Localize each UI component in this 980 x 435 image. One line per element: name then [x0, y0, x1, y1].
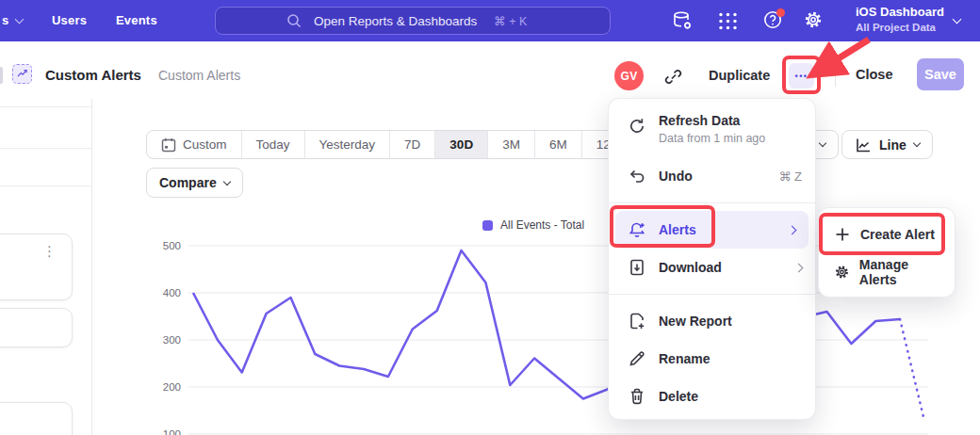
chart-legend[interactable]: All Events - Total [482, 218, 584, 232]
trash-icon [628, 387, 646, 406]
notification-dot [776, 8, 785, 17]
sidebar-card[interactable] [0, 402, 73, 435]
sidebar-card[interactable]: ⋮ [0, 234, 73, 300]
chevron-down-icon [913, 139, 921, 147]
left-sidebar: ⋮ [0, 99, 92, 435]
refresh-icon [628, 117, 646, 136]
menu-item-delete[interactable]: Delete [609, 378, 815, 415]
search-icon [286, 13, 302, 28]
new-report-icon [628, 312, 646, 330]
menu-item-undo[interactable]: Undo ⌘ Z [609, 157, 815, 195]
menu-item-rename[interactable]: Rename [609, 340, 815, 378]
nav-item-truncated[interactable]: s [2, 13, 8, 27]
date-range-3m[interactable]: 3M [487, 131, 534, 158]
more-button[interactable]: ••• [789, 63, 814, 89]
kebab-menu-icon[interactable]: ⋮ [42, 244, 57, 258]
sidebar-divider [0, 185, 92, 186]
report-header: Custom Alerts Custom Alerts GV Duplicate… [0, 41, 980, 99]
svg-text:500: 500 [163, 240, 181, 251]
svg-text:200: 200 [163, 381, 181, 393]
data-source-icon[interactable] [671, 9, 694, 32]
chevron-down-icon [15, 15, 24, 24]
plus-icon [834, 226, 851, 243]
sidebar-card[interactable] [0, 308, 73, 347]
page-title: Custom Alerts [45, 67, 141, 83]
search-bar[interactable]: Open Reports & Dashboards ⌘ + K [215, 7, 611, 35]
nav-item-users[interactable]: Users [52, 13, 87, 27]
chevron-down-icon [222, 177, 230, 185]
legend-label: All Events - Total [500, 218, 584, 232]
date-range-6m[interactable]: 6M [534, 131, 581, 158]
header-divider [835, 62, 836, 87]
help-icon[interactable] [762, 9, 783, 30]
project-name: iOS Dashboard [856, 5, 944, 19]
menu-item-download[interactable]: Download [609, 249, 815, 286]
menu-item-sublabel: Data from 1 min ago [659, 132, 765, 145]
duplicate-button[interactable]: Duplicate [709, 68, 770, 83]
svg-text:300: 300 [163, 334, 181, 346]
date-range-custom[interactable]: Custom [147, 131, 241, 158]
submenu-arrow-icon [788, 225, 797, 234]
avatar[interactable]: GV [614, 61, 644, 90]
search-shortcut: ⌘ + K [494, 14, 527, 28]
search-placeholder: Open Reports & Dashboards [314, 14, 477, 28]
chevron-down-icon [819, 139, 826, 147]
svg-text:100: 100 [163, 428, 181, 435]
submenu-arrow-icon [794, 263, 804, 272]
date-range-30d[interactable]: 30D [434, 131, 487, 158]
top-nav: s Users Events Open Reports & Dashboards… [0, 0, 980, 41]
menu-item-shortcut: ⌘ Z [778, 169, 802, 184]
chevron-down-icon [953, 15, 962, 24]
date-range-7d[interactable]: 7D [389, 131, 434, 158]
project-switcher[interactable]: iOS Dashboard All Project Data [856, 5, 944, 33]
project-scope: All Project Data [856, 22, 944, 33]
gear-icon [834, 264, 850, 281]
sidebar-divider [0, 106, 92, 107]
chart-type-button[interactable]: Line [841, 130, 933, 159]
legend-swatch [482, 220, 493, 231]
bell-plus-icon [628, 220, 646, 239]
menu-item-alerts[interactable]: Alerts [615, 211, 808, 249]
menu-divider [609, 202, 815, 203]
close-button[interactable]: Close [856, 67, 893, 82]
menu-item-new-report[interactable]: New Report [609, 302, 815, 340]
nav-item-events[interactable]: Events [116, 13, 157, 27]
menu-divider [609, 294, 815, 295]
date-range-yesterday[interactable]: Yesterday [304, 131, 390, 158]
save-button[interactable]: Save [917, 58, 964, 90]
app-window: 500400300200100 All Events - Total s Use… [0, 0, 980, 435]
date-range-today[interactable]: Today [241, 131, 304, 158]
menu-item-label: Refresh Data [659, 113, 765, 128]
report-options-menu: Refresh Data Data from 1 min ago Undo ⌘ … [608, 98, 816, 420]
date-range-control: Custom Today Yesterday 7D 30D 3M 6M 12M [146, 130, 636, 159]
gear-icon[interactable] [803, 9, 824, 30]
breadcrumb[interactable]: Custom Alerts [158, 68, 240, 83]
svg-text:400: 400 [163, 287, 181, 298]
compare-button[interactable]: Compare [146, 168, 243, 198]
collapsed-panel-handle[interactable] [0, 67, 3, 84]
menu-item-refresh-data[interactable]: Refresh Data Data from 1 min ago [609, 108, 815, 157]
report-type-icon [12, 64, 32, 84]
pencil-icon [628, 349, 646, 368]
sidebar-divider [0, 148, 92, 149]
copy-link-icon[interactable] [663, 67, 683, 87]
submenu-item-create-alert[interactable]: Create Alert [819, 216, 955, 253]
line-chart-icon [855, 137, 872, 153]
undo-icon [628, 167, 646, 185]
download-doc-icon [628, 258, 646, 277]
apps-grid-icon[interactable] [718, 11, 738, 31]
submenu-item-manage-alerts[interactable]: Manage Alerts [819, 253, 955, 291]
calendar-icon [161, 137, 176, 153]
alerts-submenu: Create Alert Manage Alerts [818, 207, 956, 298]
